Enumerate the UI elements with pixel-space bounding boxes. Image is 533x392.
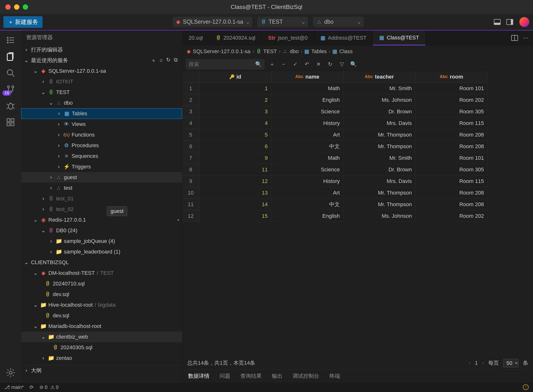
tree-item-test-schema[interactable]: › ⛬ test bbox=[21, 183, 182, 193]
cell-name[interactable]: Science bbox=[271, 106, 343, 117]
tab-class[interactable]: ▦ Class@TEST bbox=[373, 30, 426, 45]
tab-20sql[interactable]: 20.sql bbox=[182, 30, 209, 45]
tree-item-hive[interactable]: ⌄ 📁 Hive-localhost-root / bigdata bbox=[21, 300, 182, 310]
more-icon[interactable]: ⋯ bbox=[523, 35, 529, 41]
cell-room[interactable]: Room 305 bbox=[415, 106, 488, 117]
section-recent-services[interactable]: ⌄ 最近使用的服务 ＋ ⌕ ↻ ⧉ bbox=[21, 55, 182, 66]
cell-room[interactable]: Room 208 bbox=[415, 129, 488, 141]
panel-tab-detail[interactable]: 数据详情 bbox=[188, 372, 209, 380]
tree-item-20240710[interactable]: 🛢 20240710.sql bbox=[21, 278, 182, 289]
panel-tab-terminal[interactable]: 终端 bbox=[329, 372, 340, 380]
cell-id[interactable]: 14 bbox=[199, 199, 271, 210]
cell-name[interactable]: Math bbox=[271, 152, 343, 164]
crumb-db[interactable]: 🛢TEST bbox=[256, 48, 277, 55]
table-row[interactable]: 33ScienceDr. BrownRoom 305 bbox=[182, 106, 533, 117]
cell-teacher[interactable]: Mr. Thompson bbox=[343, 199, 415, 210]
col-header-teacher[interactable]: Abcteacher bbox=[343, 71, 415, 83]
section-project[interactable]: ⌄ CLIENTBIZSQL bbox=[21, 257, 182, 268]
activity-scm[interactable]: 18 bbox=[0, 85, 21, 94]
cell-id[interactable]: 15 bbox=[199, 210, 271, 222]
cell-id[interactable]: 13 bbox=[199, 187, 271, 199]
tree-item-zentao[interactable]: › 📁 zentao bbox=[21, 353, 182, 363]
table-row[interactable]: 912HistoryMrs. DavisRoom 115 bbox=[182, 175, 533, 187]
page-size-select[interactable]: 50 bbox=[503, 359, 518, 367]
search-box[interactable]: 🔍 bbox=[186, 59, 265, 70]
activity-settings[interactable] bbox=[0, 368, 21, 377]
tree-item-20240305[interactable]: 🛢 20240305.sql bbox=[21, 342, 182, 353]
tree-item-triggers[interactable]: › ⚡ Triggers bbox=[21, 161, 182, 172]
tab-20240924[interactable]: 🛢 20240924.sql bbox=[209, 30, 262, 45]
cell-id[interactable]: 12 bbox=[199, 175, 271, 187]
tree-item-dev2[interactable]: 🛢 dev.sql bbox=[21, 310, 182, 321]
cell-id[interactable]: 6 bbox=[199, 141, 271, 152]
tree-item-mariadb[interactable]: ⌄ 📁 Mariadb-localhost-root bbox=[21, 321, 182, 332]
cell-teacher[interactable]: Mrs. Davis bbox=[343, 175, 415, 187]
tree-item-test01[interactable]: › 🛢 test_01 bbox=[21, 193, 182, 204]
tab-json-test[interactable]: Str json_test@0 bbox=[262, 30, 314, 45]
tree-item-test02[interactable]: › 🛢 test_02 bbox=[21, 204, 182, 215]
section-outline[interactable]: › 大纲 bbox=[21, 365, 182, 376]
tree-item-redis[interactable]: ⌄ ◉ Redis-127.0.0.1 • bbox=[21, 215, 182, 225]
database-selector[interactable]: 🛢 TEST ⌄ bbox=[257, 17, 308, 27]
table-row[interactable]: 1215EnglishMs. JohnsonRoom 202 bbox=[182, 210, 533, 222]
tree-item-db0[interactable]: ⌄ 🛢 DB0 (24) bbox=[21, 225, 182, 236]
close-window-button[interactable] bbox=[5, 4, 11, 10]
cell-name[interactable]: History bbox=[271, 117, 343, 129]
col-header-name[interactable]: Abcname bbox=[271, 71, 343, 83]
cell-room[interactable]: Room 305 bbox=[415, 164, 488, 175]
activity-search[interactable] bbox=[0, 68, 21, 78]
user-avatar[interactable] bbox=[519, 17, 530, 27]
cell-name[interactable]: English bbox=[271, 210, 343, 222]
commit-icon[interactable]: ✓ bbox=[291, 61, 299, 67]
prev-page-icon[interactable]: ‹ bbox=[469, 360, 470, 366]
table-row[interactable]: 44HistoryMrs. DavisRoom 115 bbox=[182, 117, 533, 129]
tree-item-jobqueue[interactable]: › 📁 sample_jobQueue (4) bbox=[21, 236, 182, 247]
layout-panel-icon[interactable] bbox=[494, 19, 501, 25]
tree-item-tables[interactable]: › ▦ Tables bbox=[21, 108, 182, 119]
cell-name[interactable]: Science bbox=[271, 164, 343, 175]
cell-teacher[interactable]: Ms. Johnson bbox=[343, 94, 415, 106]
cell-teacher[interactable]: Mr. Smith bbox=[343, 152, 415, 164]
status-notification-icon[interactable]: ! bbox=[523, 384, 529, 390]
cell-room[interactable]: Room 208 bbox=[415, 187, 488, 199]
tree-item-leaderboard[interactable]: › 📁 sample_leaderboard (1) bbox=[21, 247, 182, 257]
connection-selector[interactable]: ◆ SQLServer-127.0.0.1-sa ⌄ bbox=[173, 17, 252, 27]
cell-name[interactable]: Math bbox=[271, 83, 343, 94]
tree-item-sqlserver[interactable]: ⌄ ◆ SQLServer-127.0.0.1-sa bbox=[21, 66, 182, 76]
table-row[interactable]: 1013ArtMr. ThompsonRoom 208 bbox=[182, 187, 533, 199]
cell-room[interactable]: Room 202 bbox=[415, 94, 488, 106]
crumb-schema[interactable]: ⛬dbo bbox=[282, 48, 299, 55]
cell-room[interactable]: Room 208 bbox=[415, 199, 488, 210]
cell-teacher[interactable]: Mr. Smith bbox=[343, 83, 415, 94]
schema-selector[interactable]: ⛬ dbo ⌄ bbox=[313, 17, 364, 27]
table-row[interactable]: 22EnglishMs. JohnsonRoom 202 bbox=[182, 94, 533, 106]
cell-room[interactable]: Room 101 bbox=[415, 83, 488, 94]
filter-icon[interactable]: ▽ bbox=[338, 61, 346, 67]
cell-room[interactable]: Room 208 bbox=[415, 141, 488, 152]
col-header-id[interactable]: 🔑id bbox=[199, 71, 271, 83]
activity-list[interactable] bbox=[0, 35, 21, 45]
tree-item-dm[interactable]: ⌄ ◆ DM-localhost-TEST / TEST bbox=[21, 268, 182, 278]
tree-item-clientbizweb[interactable]: ⌄ 📁 clientbiz_web bbox=[21, 332, 182, 342]
cell-id[interactable]: 2 bbox=[199, 94, 271, 106]
refresh-icon[interactable]: ↻ bbox=[166, 57, 170, 64]
cell-teacher[interactable]: Mr. Thompson bbox=[343, 187, 415, 199]
revert-icon[interactable]: ↶ bbox=[303, 61, 311, 67]
cell-room[interactable]: Room 101 bbox=[415, 152, 488, 164]
cell-teacher[interactable]: Dr. Brown bbox=[343, 164, 415, 175]
panel-tab-problems[interactable]: 问题 bbox=[220, 372, 230, 380]
search-input[interactable] bbox=[189, 61, 255, 67]
cell-id[interactable]: 5 bbox=[199, 129, 271, 141]
cell-name[interactable]: 中文 bbox=[271, 199, 343, 210]
activity-explorer[interactable] bbox=[0, 52, 21, 61]
tab-address[interactable]: ▦ Address@TEST bbox=[314, 30, 373, 45]
cell-teacher[interactable]: Ms. Johnson bbox=[343, 210, 415, 222]
next-page-icon[interactable]: › bbox=[482, 360, 484, 366]
crumb-connection[interactable]: ◆SQLServer-127.0.0.1-sa bbox=[187, 48, 250, 55]
table-row[interactable]: 55ArtMr. ThompsonRoom 208 bbox=[182, 129, 533, 141]
cell-name[interactable]: History bbox=[271, 175, 343, 187]
cell-teacher[interactable]: Mrs. Davis bbox=[343, 117, 415, 129]
refresh-icon[interactable]: ↻ bbox=[326, 61, 334, 67]
col-header-room[interactable]: Abcroom bbox=[415, 71, 488, 83]
cell-id[interactable]: 11 bbox=[199, 164, 271, 175]
